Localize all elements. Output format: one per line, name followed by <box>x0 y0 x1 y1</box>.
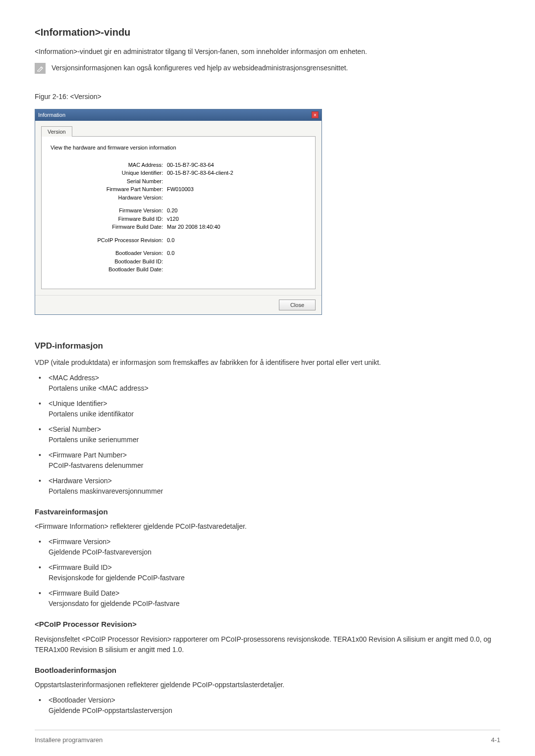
term: <Bootloader Version> <box>49 695 500 706</box>
figure-caption: Figur 2-16: <Version> <box>35 92 500 102</box>
kv-label: Firmware Build ID: <box>51 215 167 223</box>
kv-value: 0.0 <box>167 236 174 245</box>
term: <MAC Address> <box>49 373 500 383</box>
page-footer: Installere programvaren 4-1 <box>35 730 500 745</box>
kv-label: Firmware Build Date: <box>51 223 167 231</box>
kv-label: Firmware Version: <box>51 206 167 215</box>
page-title: <Information>-vindu <box>35 25 500 40</box>
tab-version[interactable]: Version <box>41 126 72 137</box>
proc-heading: <PCoIP Processor Revision> <box>35 619 500 630</box>
boot-heading: Bootloaderinformasjon <box>35 665 500 676</box>
kv-value: FW010003 <box>167 185 194 194</box>
fw-list: <Firmware Version>Gjeldende PCoIP-fastva… <box>35 537 500 609</box>
vpd-heading: VPD-informasjon <box>35 340 500 353</box>
footer-right: 4-1 <box>491 735 500 745</box>
dialog-title: Information <box>38 111 65 119</box>
term: <Hardware Version> <box>49 476 500 486</box>
intro-text: <Information>-vinduet gir en administrat… <box>35 47 500 57</box>
def: Portalens unike identifikator <box>49 409 500 419</box>
term: <Firmware Build Date> <box>49 588 500 599</box>
def: Portalens unike <MAC address> <box>49 383 500 394</box>
list-item: <Bootloader Version>Gjeldende PCoIP-opps… <box>35 695 500 716</box>
panel-heading: View the hardware and firmware version i… <box>51 144 306 152</box>
list-item: <Firmware Version>Gjeldende PCoIP-fastva… <box>35 537 500 557</box>
boot-desc: Oppstartslasterinformasjonen reflekterer… <box>35 680 500 690</box>
def: Revisjonskode for gjeldende PCoIP-fastva… <box>49 573 500 583</box>
term: <Firmware Version> <box>49 537 500 547</box>
kv-value: 00-15-B7-9C-83-64-client-2 <box>167 169 233 177</box>
note-icon <box>35 63 46 74</box>
kv-value: Mar 20 2008 18:40:40 <box>167 223 220 231</box>
vpd-list: <MAC Address>Portalens unike <MAC addres… <box>35 373 500 497</box>
def: Gjeldende PCoIP-fastvareversjon <box>49 547 500 557</box>
kv-value: 00-15-B7-9C-83-64 <box>167 161 214 169</box>
kv-value: 0.0 <box>167 249 174 257</box>
boot-list: <Bootloader Version>Gjeldende PCoIP-opps… <box>35 695 500 716</box>
list-item: <Firmware Build Date>Versjonsdato for gj… <box>35 588 500 609</box>
def: PCoIP-fastvarens delenummer <box>49 460 500 471</box>
list-item: <Serial Number>Portalens unike serienumm… <box>35 424 500 445</box>
list-item: <MAC Address>Portalens unike <MAC addres… <box>35 373 500 394</box>
note-row: Versjonsinformasjonen kan også konfigure… <box>35 63 500 74</box>
kv-label: Hardware Version: <box>51 194 167 202</box>
def: Gjeldende PCoIP-oppstartslasterversjon <box>49 706 500 716</box>
kv-label: Unique Identifier: <box>51 169 167 177</box>
kv-label: MAC Address: <box>51 161 167 169</box>
kv-label: Bootloader Version: <box>51 249 167 257</box>
kv-label: Bootloader Build ID: <box>51 257 167 266</box>
list-item: <Firmware Part Number>PCoIP-fastvarens d… <box>35 450 500 471</box>
kv-label: Bootloader Build Date: <box>51 265 167 274</box>
fw-desc: <Firmware Information> reflekterer gjeld… <box>35 521 500 532</box>
term: <Serial Number> <box>49 424 500 435</box>
kv-label: Firmware Part Number: <box>51 185 167 194</box>
close-icon[interactable]: × <box>312 111 319 118</box>
term: <Unique Identifier> <box>49 399 500 409</box>
def: Versjonsdato for gjeldende PCoIP-fastvar… <box>49 599 500 609</box>
close-button[interactable]: Close <box>279 300 316 311</box>
kv-value: 0.20 <box>167 206 177 215</box>
term: <Firmware Build ID> <box>49 562 500 573</box>
information-dialog: Information × Version View the hardware … <box>35 109 322 315</box>
dialog-titlebar: Information × <box>35 109 321 121</box>
def: Portalens maskinvareversjonnummer <box>49 486 500 497</box>
footer-left: Installere programvaren <box>35 735 103 745</box>
vpd-desc: VDP (vitale produktdata) er informasjon … <box>35 357 500 368</box>
kv-label: PCoIP Processor Revision: <box>51 236 167 245</box>
proc-desc: Revisjonsfeltet <PCoIP Processor Revisio… <box>35 634 500 655</box>
fw-heading: Fastvareinformasjon <box>35 506 500 518</box>
term: <Firmware Part Number> <box>49 450 500 460</box>
note-text: Versjonsinformasjonen kan også konfigure… <box>52 63 348 73</box>
kv-value: v120 <box>167 215 179 223</box>
tab-panel: View the hardware and firmware version i… <box>41 136 316 289</box>
def: Portalens unike serienummer <box>49 435 500 445</box>
list-item: <Firmware Build ID>Revisjonskode for gje… <box>35 562 500 583</box>
list-item: <Hardware Version>Portalens maskinvareve… <box>35 476 500 497</box>
list-item: <Unique Identifier>Portalens unike ident… <box>35 399 500 419</box>
kv-label: Serial Number: <box>51 177 167 186</box>
